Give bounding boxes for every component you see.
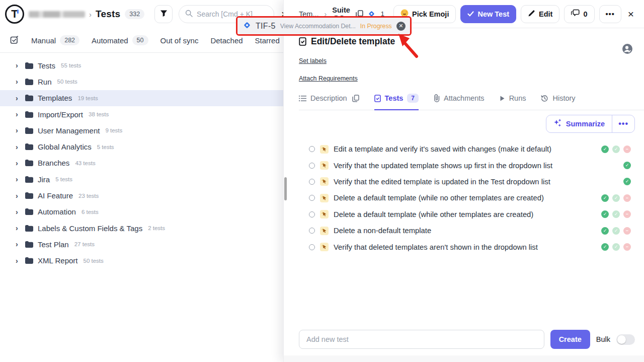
sidebar-folder-global-analytics[interactable]: › Global Analytics 5 tests (0, 138, 283, 155)
checklist-icon[interactable] (10, 36, 19, 45)
app-logo-letter: T (11, 8, 18, 21)
test-title[interactable]: Delete a non-default template (334, 227, 596, 235)
test-row[interactable]: Edit a template and verify it's saved wi… (299, 141, 644, 157)
add-test-input[interactable] (299, 330, 544, 349)
chevron-right-icon[interactable]: › (16, 95, 21, 102)
test-row[interactable]: Verify that the edited template is updat… (299, 174, 644, 190)
tab-description[interactable]: Description (299, 94, 359, 110)
sidebar-folder-automation[interactable]: › Automation 6 tests (0, 204, 283, 220)
filter-tab-manual[interactable]: Manual282 (31, 35, 79, 45)
issue-key[interactable]: TIF-5 (256, 22, 276, 31)
run-status-badge-minus-muted[interactable]: − (623, 243, 631, 251)
test-row[interactable]: Verify that deleted templates aren't sho… (299, 239, 644, 255)
test-title[interactable]: Verify that the edited template is updat… (334, 178, 596, 186)
chevron-right-icon[interactable]: › (16, 225, 21, 232)
filter-button[interactable] (154, 5, 173, 23)
chevron-right-icon[interactable]: › (16, 127, 21, 134)
run-status-badge-minus-muted[interactable]: − (623, 227, 631, 235)
test-status-circle[interactable] (309, 211, 315, 218)
sidebar-folder-ai-feature[interactable]: › AI Feature 23 tests (0, 187, 283, 203)
test-title[interactable]: Delete a default template (while no othe… (334, 194, 596, 202)
run-status-badge-pass[interactable]: ✓ (601, 227, 609, 235)
run-status-badge-pass-muted[interactable]: ✓ (612, 210, 620, 218)
copy-icon[interactable] (352, 95, 359, 102)
test-row[interactable]: Delete a default template (while no othe… (299, 190, 644, 206)
test-title[interactable]: Verify that the updated template shows u… (334, 162, 596, 170)
sidebar-folder-jira[interactable]: › Jira 5 tests (0, 171, 283, 187)
chevron-right-icon[interactable]: › (16, 208, 21, 215)
toggle-knob (617, 335, 626, 344)
filter-tab-detached[interactable]: Detached (210, 36, 243, 45)
sidebar-folder-branches[interactable]: › Branches 43 tests (0, 155, 283, 171)
sidebar-folder-run[interactable]: › Run 50 tests (0, 74, 283, 90)
summarize-button[interactable]: Summarize (546, 115, 612, 132)
test-status-circle[interactable] (309, 228, 315, 234)
run-status-badge-minus-muted[interactable]: − (623, 210, 631, 218)
run-status-badge-pass-muted[interactable]: ✓ (612, 243, 620, 251)
chevron-right-icon[interactable]: › (16, 111, 21, 118)
chevron-right-icon[interactable]: › (16, 192, 21, 199)
test-title[interactable]: Verify that deleted templates aren't sho… (334, 243, 596, 251)
run-status-badge-pass[interactable]: ✓ (601, 194, 609, 202)
filter-tab-automated[interactable]: Automated50 (92, 35, 148, 45)
test-row[interactable]: Verify that the updated template shows u… (299, 157, 644, 173)
summarize-more-button[interactable]: ••• (612, 115, 634, 132)
unlink-issue-icon[interactable]: ✕ (396, 22, 406, 31)
run-status-badge-pass-muted[interactable]: ✓ (612, 146, 620, 153)
run-status-badge-pass-muted[interactable]: ✓ (612, 227, 620, 235)
create-button[interactable]: Create (550, 330, 590, 349)
jira-issue-icon (243, 21, 251, 31)
more-options-button[interactable]: ••• (599, 5, 621, 23)
test-row[interactable]: Delete a non-default template ✓✓− (299, 223, 644, 239)
chevron-right-icon[interactable]: › (16, 143, 21, 151)
tab-history[interactable]: History (541, 94, 575, 110)
filter-tab-starred[interactable]: Starred (255, 36, 280, 45)
chevron-right-icon[interactable]: › (16, 176, 21, 183)
run-status-badge-pass-muted[interactable]: ✓ (612, 194, 620, 202)
sidebar-folder-user-management[interactable]: › User Management 9 tests (0, 122, 283, 138)
run-status-badge-pass[interactable]: ✓ (601, 210, 609, 218)
close-drawer-icon[interactable]: × (628, 9, 634, 19)
sidebar-folder-test-plan[interactable]: › Test Plan 27 tests (0, 236, 283, 252)
sidebar-folder-import-export[interactable]: › Import/Export 38 tests (0, 106, 283, 122)
chevron-right-icon[interactable]: › (16, 241, 21, 248)
project-name-blurred[interactable] (29, 11, 85, 18)
run-status-badge-pass[interactable]: ✓ (623, 162, 631, 169)
app-logo[interactable]: T (5, 5, 24, 24)
drawer-resize-handle[interactable] (284, 177, 287, 200)
run-status-badge-pass[interactable]: ✓ (601, 243, 609, 251)
set-labels-link[interactable]: Set labels (299, 57, 327, 64)
tab-runs[interactable]: Runs (500, 94, 526, 110)
test-status-circle[interactable] (309, 195, 315, 201)
tab-tests[interactable]: Tests7 (374, 94, 419, 110)
run-status-badge-pass[interactable]: ✓ (623, 178, 631, 185)
test-status-circle[interactable] (309, 146, 315, 152)
chevron-right-icon[interactable]: › (16, 257, 21, 264)
filter-tab-out-of-sync[interactable]: Out of sync (160, 36, 199, 45)
test-row[interactable]: Delete a default template (while other t… (299, 206, 644, 223)
chevron-right-icon[interactable]: › (16, 160, 21, 167)
chevron-right-icon[interactable]: › (16, 62, 21, 69)
edit-button[interactable]: Edit (521, 5, 559, 23)
run-status-badge-minus-muted[interactable]: − (623, 194, 631, 202)
linked-issue-chip[interactable]: TIF-5 View Accommodation Det... In Progr… (237, 18, 410, 34)
test-status-circle[interactable] (309, 179, 315, 185)
comments-button[interactable]: 0 (564, 5, 594, 23)
sidebar-folder-labels-custom-fields-tags[interactable]: › Labels & Custom Fields & Tags 2 tests (0, 220, 283, 236)
test-status-circle[interactable] (309, 244, 315, 250)
sidebar-folder-tests[interactable]: › Tests 55 tests (0, 57, 283, 74)
tab-attachments[interactable]: Attachments (434, 94, 485, 110)
test-title[interactable]: Edit a template and verify it's saved wi… (334, 145, 596, 153)
test-status-circle[interactable] (309, 163, 315, 169)
chevron-right-icon[interactable]: › (16, 78, 21, 85)
bulk-toggle[interactable] (616, 334, 635, 345)
test-title[interactable]: Delete a default template (while other t… (334, 210, 596, 219)
run-status-badge-minus-muted[interactable]: − (623, 146, 631, 153)
attach-requirements-link[interactable]: Attach Requirements (299, 75, 358, 82)
assignee-avatar[interactable] (622, 43, 633, 56)
folder-test-count: 6 tests (82, 209, 99, 215)
sidebar-folder-templates[interactable]: › Templates 19 tests (0, 90, 283, 106)
run-status-badge-pass[interactable]: ✓ (601, 146, 609, 153)
sidebar-folder-xml-report[interactable]: › XML Report 50 tests (0, 253, 283, 269)
new-test-button[interactable]: New Test (460, 5, 516, 23)
